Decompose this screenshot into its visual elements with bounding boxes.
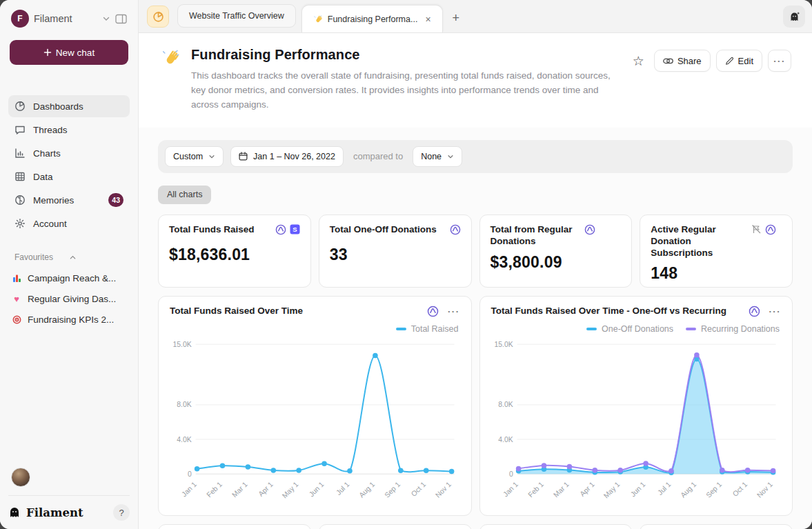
line-chart-total-raised[interactable]: 04.0K8.0K15.0KJan 1Feb 1Mar 1Apr 1May 1J… xyxy=(170,337,460,506)
more-options-button[interactable]: ··· xyxy=(768,50,791,72)
sidebar-item-campaign-reach[interactable]: Campaign Reach &... xyxy=(8,268,130,288)
svg-text:Jan 1: Jan 1 xyxy=(180,480,198,498)
range-type-select[interactable]: Custom xyxy=(165,146,224,167)
svg-text:Nov 1: Nov 1 xyxy=(434,480,453,499)
chevron-up-icon xyxy=(69,254,123,261)
workspace-logo: F xyxy=(11,10,29,28)
chevron-down-icon xyxy=(447,153,454,160)
stat-card-active-regular-subscriptions[interactable]: Active Regular Donation Subscriptions 14… xyxy=(640,214,793,288)
svg-text:Feb 1: Feb 1 xyxy=(526,480,545,499)
stat-title: Total from Regular Donations xyxy=(491,224,580,248)
chart-card-total-funds-over-time: Total Funds Raised Over Time ··· Total R… xyxy=(158,296,472,516)
svg-text:S: S xyxy=(293,226,297,233)
sidebar-panel-icon xyxy=(115,14,127,24)
page-description: This dashboard tracks the overall state … xyxy=(191,69,619,112)
user-avatar[interactable] xyxy=(11,468,30,487)
dashboard-content: Custom Jan 1 – Nov 26, 2022 compared to … xyxy=(139,128,812,529)
sidebar-item-fundraising-kpis[interactable]: Fundraising KPIs 2... xyxy=(8,309,130,330)
all-charts-filter-pill[interactable]: All charts xyxy=(158,186,211,204)
bottom-card-row: Total from Ticket Sales Donation Form Co… xyxy=(158,524,793,529)
legend-label: Recurring Donations xyxy=(701,324,780,334)
sidebar-item-label: Dashboards xyxy=(33,101,123,112)
brand-wordmark: Filament xyxy=(26,506,108,519)
ghost-logo-icon xyxy=(8,506,21,519)
chart-title: Total Funds Raised Over Time - One-Off v… xyxy=(491,306,744,317)
new-tab-button[interactable]: + xyxy=(448,11,464,26)
svg-text:May 1: May 1 xyxy=(281,480,300,499)
svg-text:4.0K: 4.0K xyxy=(498,435,513,443)
legend-swatch xyxy=(586,328,597,330)
stat-value: 148 xyxy=(651,264,782,283)
chart-legend: One-Off Donations Recurring Donations xyxy=(493,324,780,334)
favourite-label: Fundraising KPIs 2... xyxy=(28,315,114,325)
stat-card-total-one-off-donations[interactable]: Total One-Off Donations 33 xyxy=(319,214,472,288)
assistant-ghost-button[interactable] xyxy=(783,6,805,28)
sidebar-item-regular-giving[interactable]: ♥ Regular Giving Das... xyxy=(8,288,130,309)
legend-label: One-Off Donations xyxy=(602,324,673,334)
stat-card-avg-donation-size[interactable]: Avg Donation Size (All xyxy=(640,524,793,529)
stat-value: $18,636.01 xyxy=(169,246,300,264)
chart-menu-button[interactable]: ··· xyxy=(769,306,782,317)
sidebar: F Filament New chat Dashboards xyxy=(0,0,139,529)
svg-text:Aug 1: Aug 1 xyxy=(679,480,697,499)
sidebar-item-threads[interactable]: Threads xyxy=(8,119,130,141)
svg-text:4.0K: 4.0K xyxy=(177,435,191,443)
edit-button[interactable]: Edit xyxy=(716,50,762,72)
comparison-select[interactable]: None xyxy=(413,146,462,167)
svg-text:Jun 1: Jun 1 xyxy=(308,480,326,498)
new-chat-button[interactable]: New chat xyxy=(10,40,128,65)
sidebar-item-data[interactable]: Data xyxy=(8,166,130,188)
tab-bar: Website Traffic Overview Fundraising Per… xyxy=(139,0,812,33)
workspace-switcher[interactable]: F Filament xyxy=(8,10,130,28)
plus-icon xyxy=(43,48,52,57)
svg-text:Jul 1: Jul 1 xyxy=(335,480,350,496)
chart-row: Total Funds Raised Over Time ··· Total R… xyxy=(158,296,793,516)
favourite-label: Campaign Reach &... xyxy=(28,273,116,283)
sidebar-item-label: Account xyxy=(33,219,123,229)
tab-label: Website Traffic Overview xyxy=(189,11,284,21)
tab-website-traffic-overview[interactable]: Website Traffic Overview xyxy=(177,4,296,28)
favourites-header[interactable]: Favourites xyxy=(14,252,123,262)
filter-bar: Custom Jan 1 – Nov 26, 2022 compared to … xyxy=(158,140,793,173)
sidebar-footer: Filament ? xyxy=(8,495,130,521)
dashboards-home-button[interactable] xyxy=(147,6,169,28)
sidebar-item-memories[interactable]: Memories 43 xyxy=(8,189,130,211)
date-range-value: Jan 1 – Nov 26, 2022 xyxy=(253,152,335,161)
stat-card-donation-form-conversion[interactable]: Donation Form Conversion xyxy=(319,524,472,529)
amplitude-source-icon xyxy=(450,224,461,235)
svg-text:Oct 1: Oct 1 xyxy=(410,480,427,497)
new-chat-label: New chat xyxy=(56,48,95,58)
collapse-sidebar-button[interactable] xyxy=(115,14,127,24)
ellipsis-icon: ··· xyxy=(769,306,782,317)
tab-fundraising-performance[interactable]: Fundraising Performa... × xyxy=(301,5,443,32)
svg-text:Apr 1: Apr 1 xyxy=(578,480,595,497)
stat-card-total-regular-donations[interactable]: Total from Regular Donations $3,800.09 xyxy=(479,214,633,288)
sidebar-item-label: Data xyxy=(33,172,123,182)
brain-icon xyxy=(14,194,26,206)
comparison-value: None xyxy=(421,152,442,161)
colored-bar-chart-icon xyxy=(11,274,22,283)
sidebar-item-charts[interactable]: Charts xyxy=(8,142,130,164)
stat-card-total-ticket-sales[interactable]: Total from Ticket Sales xyxy=(158,524,311,529)
chart-card-oneoff-vs-recurring: Total Funds Raised Over Time - One-Off v… xyxy=(479,296,793,516)
area-chart-oneoff-vs-recurring[interactable]: 04.0K8.0K15.0KJan 1Feb 1Mar 1Apr 1May 1J… xyxy=(491,337,782,506)
date-range-button[interactable]: Jan 1 – Nov 26, 2022 xyxy=(230,146,344,167)
chart-menu-button[interactable]: ··· xyxy=(448,306,460,317)
stat-card-total-funds-raised[interactable]: Total Funds Raised S $18,636.01 xyxy=(158,214,311,288)
close-tab-icon[interactable]: × xyxy=(425,14,430,25)
amplitude-source-icon xyxy=(275,224,286,235)
clap-icon xyxy=(161,47,181,68)
sidebar-item-label: Threads xyxy=(33,125,123,135)
share-button[interactable]: Share xyxy=(654,50,711,72)
stat-value: $3,800.09 xyxy=(491,253,622,272)
app-window: F Filament New chat Dashboards xyxy=(0,0,812,529)
help-button[interactable]: ? xyxy=(113,504,130,521)
favourite-star-button[interactable]: ☆ xyxy=(628,52,648,70)
ellipsis-icon: ··· xyxy=(448,306,460,317)
stat-card-number-tickets-sold[interactable]: Number of Tickets Sold xyxy=(479,524,633,529)
share-label: Share xyxy=(677,56,702,66)
svg-text:8.0K: 8.0K xyxy=(177,401,191,408)
sidebar-item-dashboards[interactable]: Dashboards xyxy=(8,95,130,117)
sidebar-item-account[interactable]: Account xyxy=(8,212,130,234)
svg-text:Apr 1: Apr 1 xyxy=(257,480,274,497)
